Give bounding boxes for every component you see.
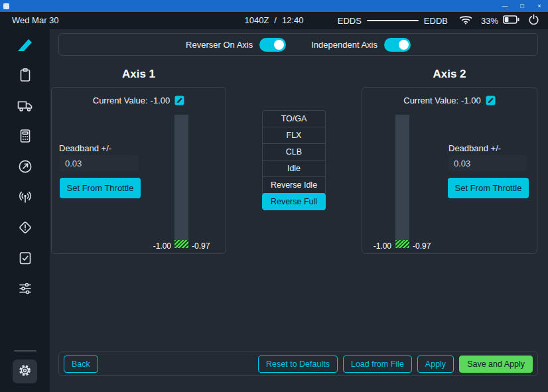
sidebar-item-checklists[interactable]: [15, 249, 36, 269]
axis1-range-low: -1.00: [135, 241, 171, 251]
sidebar-item-settings[interactable]: [13, 359, 37, 383]
load-from-file-button[interactable]: Load from File: [343, 356, 412, 373]
axis2-deadband-label: Deadband +/-: [448, 143, 501, 153]
battery-icon: [503, 15, 519, 26]
axis1-deadband-input[interactable]: [60, 155, 139, 171]
warning-icon: [17, 220, 33, 238]
gauge-icon: [17, 159, 33, 177]
power-icon[interactable]: [528, 14, 539, 27]
status-local-time: 12:40: [282, 15, 304, 25]
axis1-set-from-throttle-button[interactable]: Set From Throttle: [60, 178, 141, 198]
flight-route: EDDS EDDB: [338, 16, 448, 26]
sidebar-item-navigation[interactable]: [15, 158, 36, 178]
current-value-label: Current Value:: [403, 96, 458, 105]
axis1-range-high: -0.97: [192, 241, 210, 251]
checklist-icon: [17, 250, 33, 269]
sidebar-bottom: [13, 350, 37, 392]
axis1-current-value-row: Current Value: -1.00: [52, 96, 226, 105]
battery-status: 33%: [481, 15, 519, 26]
status-time-separator: /: [274, 15, 277, 25]
sidebar-item-atc[interactable]: [15, 188, 36, 208]
axis1-deadband-label: Deadband +/-: [59, 143, 111, 153]
independent-axis-toggle[interactable]: [384, 38, 411, 52]
window-minimize-button[interactable]: —: [496, 0, 514, 12]
axis-options-bar: Reverser On Axis Independent Axis: [58, 33, 538, 56]
sidebar-item-presets[interactable]: [15, 280, 36, 300]
edit-pencil-icon[interactable]: [486, 96, 496, 105]
detent-list: TO/GA FLX CLB Idle Reverse Idle Reverse …: [262, 110, 326, 210]
calculator-icon: [17, 128, 33, 147]
truck-icon: [17, 98, 34, 116]
content-row: Reverser On Axis Independent Axis Axis 1…: [0, 29, 548, 392]
statusbar: Wed Mar 30 1040Z / 12:40 EDDS EDDB 33%: [0, 12, 548, 29]
reverser-on-axis-toggle[interactable]: [259, 38, 286, 52]
axis2-range-low: -1.00: [362, 241, 391, 251]
axis1-value-bar: [174, 115, 188, 248]
status-time: 1040Z / 12:40: [244, 15, 303, 25]
sidebar-divider: [14, 350, 36, 352]
detent-item[interactable]: Reverse Idle: [262, 176, 326, 194]
save-and-apply-button[interactable]: Save and Apply: [459, 356, 533, 373]
antenna-icon: [17, 189, 33, 208]
reverser-toggle-group: Reverser On Axis: [186, 38, 286, 52]
app-icon: [3, 3, 9, 9]
sidebar-item-ground[interactable]: [15, 97, 36, 117]
independent-toggle-group: Independent Axis: [311, 38, 411, 52]
route-origin: EDDS: [338, 16, 362, 26]
axis2-current-value-row: Current Value: -1.00: [362, 96, 537, 105]
axis2-range-high: -0.97: [413, 241, 431, 251]
edit-pencil-icon[interactable]: [174, 96, 184, 105]
statusbar-right: EDDS EDDB 33%: [338, 12, 539, 29]
toggle-knob: [274, 40, 284, 50]
sidebar: [0, 29, 50, 392]
detent-item[interactable]: TO/GA: [262, 110, 326, 127]
axis1-card: Current Value: -1.00 -1.00 -0.97 Deadban…: [51, 87, 226, 254]
apply-button[interactable]: Apply: [417, 356, 454, 373]
axis2-set-from-throttle-button[interactable]: Set From Throttle: [448, 178, 529, 198]
reset-to-defaults-button[interactable]: Reset to Defaults: [258, 356, 338, 373]
sidebar-item-dispatch[interactable]: [15, 66, 36, 86]
window-close-button[interactable]: ×: [531, 0, 548, 12]
route-destination: EDDB: [424, 16, 448, 26]
sidebar-item-performance[interactable]: [15, 127, 36, 147]
detent-item[interactable]: CLB: [262, 143, 326, 161]
status-date: Wed Mar 30: [12, 15, 59, 25]
clipboard-icon: [17, 67, 33, 86]
battery-percent: 33%: [481, 16, 498, 26]
axis1-deadband-marker: [174, 240, 188, 248]
axis2-card: Current Value: -1.00 -1.00 -0.97 Deadban…: [362, 87, 537, 254]
reverser-toggle-label: Reverser On Axis: [186, 40, 253, 50]
back-button[interactable]: Back: [64, 356, 98, 373]
brand-logo-icon: [15, 36, 36, 56]
window-controls: — □ ×: [496, 0, 548, 12]
current-value: -1.00: [151, 96, 171, 105]
sliders-icon: [17, 281, 33, 299]
detent-item[interactable]: Reverse Full: [262, 193, 326, 210]
route-progress-line: [367, 20, 419, 21]
detent-item[interactable]: FLX: [262, 127, 326, 144]
footer-bar: Back Reset to Defaults Load from File Ap…: [58, 352, 538, 376]
axis2-deadband-input[interactable]: [448, 155, 527, 171]
axis2-title: Axis 2: [362, 68, 537, 81]
window-maximize-button[interactable]: □: [514, 0, 531, 12]
main-panel: Reverser On Axis Independent Axis Axis 1…: [50, 29, 548, 392]
current-value-label: Current Value:: [93, 96, 148, 105]
toggle-knob: [399, 40, 409, 50]
wifi-icon: [459, 15, 472, 27]
current-value: -1.00: [461, 96, 481, 105]
gear-icon: [17, 363, 33, 381]
axis2-value-bar: [395, 115, 409, 248]
axis2-deadband-marker: [395, 240, 409, 248]
sidebar-item-failures[interactable]: [15, 219, 36, 239]
window-titlebar: — □ ×: [0, 0, 548, 12]
detent-item[interactable]: Idle: [262, 160, 326, 177]
axis1-title: Axis 1: [51, 68, 226, 81]
independent-toggle-label: Independent Axis: [311, 40, 377, 50]
status-utc-time: 1040Z: [244, 15, 269, 25]
